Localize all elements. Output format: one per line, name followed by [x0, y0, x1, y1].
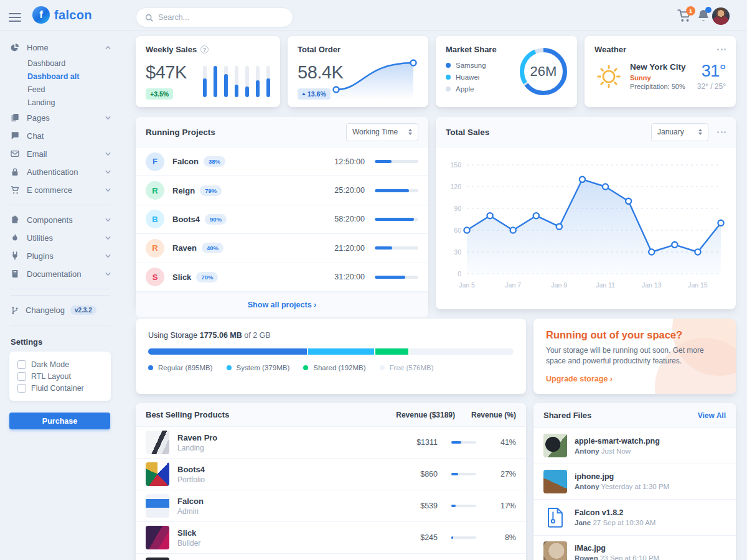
legend-dot-icon	[446, 63, 451, 68]
product-row[interactable]	[136, 554, 526, 560]
storage-legend-item: Shared (192MB)	[303, 364, 365, 371]
total-order-title: Total Order	[298, 45, 341, 54]
setting-fluid-container[interactable]: Fluid Container	[17, 382, 103, 394]
brand-logo[interactable]: f falcon	[32, 6, 92, 24]
sidebar-item-pages[interactable]: Pages	[0, 109, 120, 127]
storage-prefix: Using Storage	[148, 331, 197, 340]
space-promo-title: Running out of your space?	[546, 329, 723, 341]
sidebar-item-chat[interactable]: Chat	[0, 127, 120, 145]
project-row-slick[interactable]: SSlick70%31:20:00	[136, 263, 428, 292]
divider	[10, 295, 110, 296]
project-avatar: R	[146, 239, 164, 258]
sidebar-subitem-dashboard-alt[interactable]: Dashboard alt	[0, 70, 120, 83]
product-price: $1311	[378, 438, 438, 447]
help-icon[interactable]: ?	[200, 45, 209, 54]
more-menu-icon[interactable]	[717, 129, 726, 136]
project-time: 12:50:00	[334, 157, 365, 166]
project-row-reign[interactable]: RReign79%25:20:00	[136, 176, 428, 205]
more-menu-icon[interactable]	[717, 46, 726, 53]
sidebar-subitem-dashboard[interactable]: Dashboard	[0, 57, 120, 70]
product-pct: 8%	[490, 533, 516, 542]
hamburger-menu-icon[interactable]	[9, 13, 21, 22]
sidebar-item-components[interactable]: Components	[0, 211, 120, 229]
project-time: 31:20:00	[334, 273, 365, 281]
product-row-slick[interactable]: SlickBuilder$2458%	[136, 522, 526, 554]
svg-text:Jan 13: Jan 13	[642, 281, 662, 289]
file-meta: Jane 27 Sep at 10:30 AM	[575, 519, 655, 526]
product-row-falcon[interactable]: FalconAdmin$53917%	[136, 490, 526, 522]
sidebar-item-plugins[interactable]: Plugins	[0, 247, 120, 265]
sidebar-item-documentation[interactable]: Documentation	[0, 265, 120, 283]
product-price: $245	[378, 533, 438, 542]
search-input[interactable]	[158, 13, 284, 22]
working-time-select[interactable]: Working Time	[346, 123, 418, 141]
sidebar-item-e-commerce[interactable]: E commerce	[0, 181, 120, 199]
project-progress-bar	[375, 276, 418, 279]
svg-text:Jan 15: Jan 15	[688, 281, 708, 289]
weekly-sales-title: Weekly Sales	[146, 45, 197, 54]
chevron-down-icon	[105, 235, 111, 241]
shared-files-title: Shared Files	[543, 411, 591, 420]
col-revenue-pct: Revenue (%)	[455, 411, 516, 419]
sidebar-item-utilities[interactable]: Utilities	[0, 229, 120, 247]
total-order-card: Total Order 58.4K 13.6%	[288, 36, 428, 107]
product-thumbnail	[146, 494, 169, 518]
storage-segment-shared	[375, 348, 410, 355]
svg-text:0: 0	[458, 270, 461, 278]
product-revenue-bar	[451, 441, 476, 444]
show-all-projects-link[interactable]: Show all projects ›	[136, 292, 428, 317]
project-row-falcon[interactable]: FFalcon38%12:50:00	[136, 147, 428, 176]
file-row-imac-jpg[interactable]: iMac.jpgRowen 23 Sep at 6:10 PM	[533, 536, 736, 560]
file-row-iphone-jpg[interactable]: iphone.jpgAntony Yesterday at 1:30 PM	[533, 464, 736, 500]
storage-progress-bar	[148, 348, 514, 355]
plug-icon	[11, 251, 21, 261]
storage-segment-regular	[148, 348, 308, 355]
product-row-boots4[interactable]: Boots4Portfolio$86027%	[136, 459, 526, 490]
dark-mode-checkbox[interactable]	[17, 360, 26, 369]
weekly-bar	[256, 66, 260, 97]
purchase-button[interactable]: Purchase	[9, 413, 110, 429]
product-row-raven-pro[interactable]: Raven ProLanding$131141%	[136, 427, 526, 459]
project-avatar: F	[146, 152, 164, 171]
project-row-raven[interactable]: RRaven40%21:20:00	[136, 234, 428, 263]
month-select[interactable]: January	[651, 123, 708, 141]
setting-dark-mode[interactable]: Dark Mode	[17, 358, 103, 370]
sidebar-item-home[interactable]: Home	[0, 39, 120, 57]
chat-icon	[11, 131, 21, 141]
product-thumbnail	[146, 431, 169, 454]
bell-icon[interactable]	[697, 9, 712, 24]
market-share-title: Market Share	[446, 45, 497, 54]
sidebar-subitem-feed[interactable]: Feed	[0, 83, 120, 96]
weather-city: New York City	[630, 62, 686, 72]
file-row-falcon-v1-8-2[interactable]: Falcon v1.8.2Jane 27 Sep at 10:30 AM	[533, 500, 736, 536]
settings-card: Dark ModeRTL LayoutFluid Container	[9, 352, 111, 401]
product-pct: 27%	[490, 470, 516, 478]
file-row-apple-smart-watch-png[interactable]: apple-smart-watch.pngAntony Just Now	[533, 428, 736, 464]
rtl-layout-checkbox[interactable]	[17, 372, 26, 381]
weekly-sales-bar-chart	[203, 66, 270, 97]
sidebar-subitem-landing[interactable]: Landing	[0, 96, 120, 109]
sidebar-item-changelog[interactable]: Changelog v2.3.2	[0, 301, 120, 319]
sidebar-item-authentication[interactable]: Authentication	[0, 163, 120, 181]
storage-legend-item: Free (576MB)	[380, 364, 434, 371]
storage-legend: Regular (895MB)System (379MB)Shared (192…	[148, 364, 514, 371]
cart-icon[interactable]: 1	[677, 9, 692, 24]
falcon-logo-icon: f	[32, 6, 50, 24]
fluid-container-checkbox[interactable]	[17, 384, 26, 393]
storage-card: Using Storage 1775.06 MB of 2 GB Regular…	[136, 319, 526, 394]
upgrade-storage-link[interactable]: Upgrade storage ›	[546, 375, 613, 383]
select-arrows-icon	[408, 129, 412, 135]
notification-dot	[705, 7, 712, 13]
search-box[interactable]	[136, 7, 293, 27]
weather-title: Weather	[594, 45, 626, 54]
project-row-boots4[interactable]: BBoots490%58:20:00	[136, 205, 428, 234]
view-all-link[interactable]: View All	[698, 411, 726, 420]
sidebar-item-email[interactable]: Email	[0, 145, 120, 163]
setting-rtl-layout[interactable]: RTL Layout	[17, 370, 103, 382]
project-progress-badge: 90%	[205, 214, 227, 225]
storage-total: of 2 GB	[244, 331, 270, 340]
legend-dot-icon	[148, 365, 153, 370]
user-avatar[interactable]	[712, 7, 730, 25]
legend-dot-icon	[446, 75, 451, 80]
svg-text:120: 120	[450, 183, 461, 190]
